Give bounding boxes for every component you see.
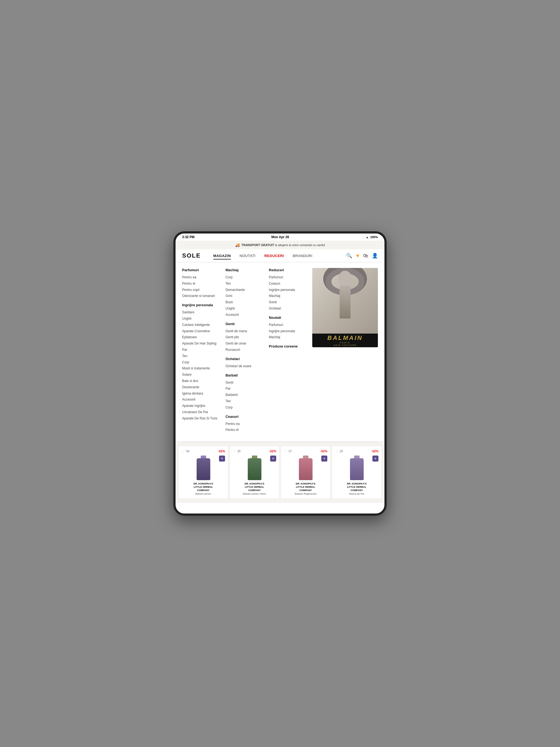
section-title-genti: Genti (226, 322, 263, 326)
account-icon[interactable]: 👤 (372, 253, 378, 259)
product-brand-2: DR. KONOPKA'SLITTLE HERBALCOMPANY (233, 482, 276, 492)
menu-item-machiaj-corp[interactable]: Corp (226, 274, 263, 281)
menu-col-1: Parfumuri Pentru ea Pentru el Pentru cop… (182, 268, 226, 433)
device-frame: 3:32 PM Mon Apr 26 100% 🚚 TRANSPORT GRAT… (173, 231, 387, 516)
menu-item-solare[interactable]: Solare (182, 371, 220, 378)
menu-item-epilatoare[interactable]: Epilatoare (182, 334, 220, 340)
menu-item-unghii-m[interactable]: Unghii (226, 305, 263, 312)
menu-item-masti[interactable]: Masti si tratamente (182, 365, 220, 371)
add-to-cart-3[interactable]: + (321, 456, 327, 462)
search-icon[interactable]: 🔍 (346, 253, 352, 259)
menu-item-demachiante[interactable]: Demachiante (226, 287, 263, 293)
menu-item-rucsacuri[interactable]: Rucsacuri (226, 347, 263, 353)
menu-item-hair-styling[interactable]: Aparate De Hair Styling (182, 340, 220, 347)
heart-icon-3: ♡ (284, 449, 287, 453)
menu-item-r-genti[interactable]: Genti (269, 299, 307, 305)
product-name-1: Balsam pentru (182, 492, 225, 496)
menu-item-par[interactable]: Par (182, 347, 220, 353)
wishlist-count-3: 27 (288, 449, 292, 453)
menu-col-2: Machiaj Corp Ten Demachiante Ochi Buze U… (226, 268, 269, 433)
cart-icon[interactable]: 🛍 (363, 253, 368, 259)
menu-item-aparate-ras[interactable]: Aparate De Ras Si Tuns (182, 415, 220, 422)
product-name-4: Masca de Par (335, 492, 378, 496)
menu-item-pentru-copii[interactable]: Pentru copii (182, 287, 220, 293)
menu-item-sanitare[interactable]: Sanitare (182, 309, 220, 315)
product-name-3: Balsam Regenerant (284, 492, 327, 496)
discount-3: -52% (320, 449, 327, 453)
menu-item-c-el[interactable]: Pentru el (226, 427, 263, 433)
menu-item-r-machiaj[interactable]: Machiaj (269, 293, 307, 299)
nav-item-magazin[interactable]: MAGAZIN (209, 253, 235, 259)
menu-item-b-genti[interactable]: Genti (226, 380, 263, 386)
menu-item-r-ingrijire[interactable]: Ingrijire personala (269, 287, 307, 293)
product-wishlist-2[interactable]: ♡ 35 (233, 449, 240, 453)
product-brand-4: DR. KONOPKA'SLITTLE HERBALCOMPANY (335, 482, 378, 492)
menu-item-c-ea[interactable]: Pentru ea (226, 421, 263, 427)
menu-item-accesorii[interactable]: Accesorii (182, 396, 220, 403)
nav-item-reduceri[interactable]: REDUCERI (260, 253, 288, 259)
site-logo[interactable]: SOLE (182, 252, 201, 259)
add-to-cart-2[interactable]: + (270, 456, 276, 462)
product-wishlist-1[interactable]: ♡ 50 (182, 449, 189, 453)
menu-item-machiaj-ten[interactable]: Ten (226, 281, 263, 287)
nav-icons: 🔍 ♥ 🛍 👤 (346, 253, 378, 259)
add-to-cart-4[interactable]: + (373, 456, 378, 462)
menu-item-igiena[interactable]: Igiena dentara (182, 390, 220, 397)
menu-item-n-machiaj[interactable]: Machiaj (269, 334, 307, 340)
truck-icon: 🚚 (235, 243, 240, 247)
menu-item-n-parfumuri[interactable]: Parfumuri (269, 322, 307, 328)
wishlist-icon[interactable]: ♥ (356, 253, 359, 259)
menu-item-cantare[interactable]: Cantare Inteligente (182, 322, 220, 328)
menu-item-odorizante[interactable]: Odorizante si lumanari (182, 293, 220, 299)
status-time: 3:32 PM (182, 235, 195, 239)
menu-item-corp[interactable]: Corp (182, 359, 220, 366)
menu-item-b-barbierit[interactable]: Barbierit (226, 392, 263, 398)
menu-item-genti-plic[interactable]: Genti plic (226, 334, 263, 340)
section-title-reduceri: Reduceri (269, 268, 307, 272)
menu-item-r-ceasuri[interactable]: Ceasuri (269, 281, 307, 287)
products-section: ♡ 50 -52% + DR. KONOPKA'SLITTLE HERBALCO… (176, 442, 384, 503)
section-title-parfumuri: Parfumuri (182, 268, 220, 272)
discount-4: -52% (371, 449, 378, 453)
menu-item-pentru-ea[interactable]: Pentru ea (182, 274, 220, 281)
mega-menu: Parfumuri Pentru ea Pentru el Pentru cop… (176, 262, 384, 441)
menu-item-aparate-cosmetice[interactable]: Aparate Cosmetice (182, 328, 220, 334)
nav-item-noutati[interactable]: NOUTATI (235, 253, 260, 259)
section-title-produse-coreene[interactable]: Produse coreene (269, 344, 307, 349)
menu-item-genti-umar[interactable]: Genti de umar (226, 340, 263, 347)
menu-item-ochi[interactable]: Ochi (226, 293, 263, 299)
product-wishlist-4[interactable]: ♡ 29 (335, 449, 343, 453)
product-header-2: ♡ 35 -52% (233, 449, 276, 453)
promo-image[interactable]: BALMAIN PARIS HAIR COUTURE (312, 268, 378, 347)
section-title-ceasuri: Ceasuri (226, 414, 263, 419)
product-card-4[interactable]: ♡ 29 -52% + DR. KONOPKA'SLITTLE HERBALCO… (332, 446, 381, 498)
discount-2: -52% (269, 449, 276, 453)
nav-item-branduri[interactable]: BRANDURI (288, 253, 317, 259)
menu-item-n-ingrijire[interactable]: Ingrijire personala (269, 328, 307, 334)
product-card-2[interactable]: ♡ 35 -52% + DR. KONOPKA'SLITTLE HERBALCO… (230, 446, 279, 498)
menu-item-genti-mana[interactable]: Genti de mana (226, 328, 263, 334)
menu-item-ten[interactable]: Ten (182, 353, 220, 359)
menu-item-b-ten[interactable]: Ten (226, 398, 263, 404)
menu-item-unghii[interactable]: Unghii (182, 315, 220, 322)
menu-item-r-ochelari[interactable]: Ochelari (269, 305, 307, 312)
menu-item-deodorante[interactable]: Deodorante (182, 384, 220, 390)
menu-item-ochelari-soare[interactable]: Ochelari de soare (226, 363, 263, 369)
menu-item-b-par[interactable]: Par (226, 386, 263, 392)
menu-item-pentru-el[interactable]: Pentru el (182, 281, 220, 287)
section-title-ingrijire: Ingrijire personala (182, 303, 220, 307)
add-to-cart-1[interactable]: + (219, 456, 225, 462)
product-card-1[interactable]: ♡ 50 -52% + DR. KONOPKA'SLITTLE HERBALCO… (179, 446, 228, 498)
menu-item-b-corp[interactable]: Corp (226, 404, 263, 411)
menu-col-3: Reduceri Parfumuri Ceasuri Ingrijire per… (269, 268, 312, 433)
product-wishlist-3[interactable]: ♡ 27 (284, 449, 292, 453)
menu-item-accesorii-m[interactable]: Accesorii (226, 312, 263, 318)
menu-item-baie[interactable]: Baie si dus (182, 378, 220, 384)
menu-item-buze[interactable]: Buze (226, 299, 263, 305)
discount-1: -52% (218, 449, 225, 453)
menu-item-uscatoare[interactable]: Uscatoare De Par (182, 409, 220, 415)
menu-item-r-parfumuri[interactable]: Parfumuri (269, 274, 307, 281)
menu-item-aparate-ingrijire[interactable]: Aparate Ingrijire (182, 403, 220, 409)
product-card-3[interactable]: ♡ 27 -52% + DR. KONOPKA'SLITTLE HERBALCO… (281, 446, 330, 498)
wifi-icon (366, 235, 368, 239)
